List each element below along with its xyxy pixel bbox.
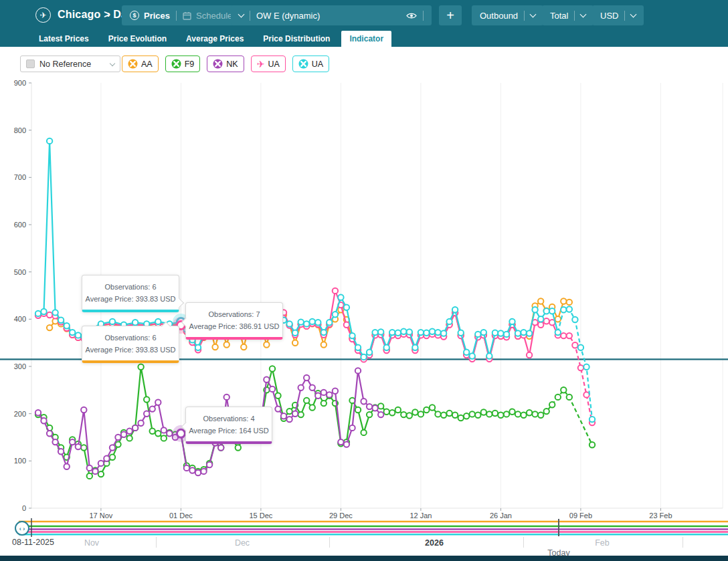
- chart-tooltip: Observations: 4Average Price: 164 USD: [185, 407, 272, 444]
- highlighted-point[interactable]: [177, 429, 185, 437]
- series-F9[interactable]: [35, 364, 595, 479]
- calendar-icon: [183, 11, 191, 20]
- tooltip-observations: Observations: 7: [189, 309, 280, 321]
- svg-text:100: 100: [14, 457, 26, 465]
- svg-text:900: 900: [14, 79, 26, 87]
- fare-selector-value: OW E (dynamic): [256, 11, 320, 21]
- svg-text:400: 400: [14, 315, 26, 323]
- carrier-chip-F9[interactable]: F9: [165, 55, 201, 72]
- divider: [524, 11, 525, 21]
- tab-price-distribution[interactable]: Price Distribution: [255, 31, 338, 47]
- carrier-chip-list: AAF9NK✈UAUA: [122, 55, 329, 72]
- prices-button[interactable]: $ Prices: [130, 11, 170, 21]
- price-type-value: Total: [550, 11, 568, 21]
- carrier-chip-AA[interactable]: AA: [122, 55, 159, 72]
- prices-label: Prices: [144, 11, 170, 21]
- tooltip-average-price: Average Price: 164 USD: [189, 425, 269, 437]
- chevron-down-icon: [110, 60, 115, 66]
- divider: [250, 11, 250, 21]
- tooltip-average-price: Average Price: 386.91 USD: [189, 321, 280, 333]
- carrier-code: AA: [141, 60, 153, 69]
- divider: [176, 11, 177, 21]
- carrier-wheel-icon: [298, 59, 308, 69]
- svg-text:29 Dec: 29 Dec: [329, 512, 353, 520]
- direction-dropdown[interactable]: Outbound: [472, 5, 543, 25]
- tooltip-average-price: Average Price: 393.83 USD: [85, 344, 176, 356]
- svg-text:12 Jan: 12 Jan: [410, 512, 432, 520]
- tooltip-observations: Observations: 6: [85, 282, 176, 294]
- tooltip-observations: Observations: 4: [189, 413, 269, 425]
- carrier-code: F9: [185, 60, 195, 69]
- chart-tooltip: Observations: 6Average Price: 393.83 USD: [82, 275, 179, 312]
- direction-value: Outbound: [480, 11, 518, 21]
- timeline-handle[interactable]: ‹ ›: [15, 522, 29, 535]
- tooltip-observations: Observations: 6: [85, 332, 176, 344]
- route-expand-chevron-icon[interactable]: ›: [107, 8, 110, 19]
- prices-schedule-toggle: $ Prices Schedule: [122, 5, 240, 25]
- add-fare-button[interactable]: +: [439, 5, 462, 25]
- currency-dropdown[interactable]: USD: [592, 5, 644, 25]
- dollar-icon: $: [130, 11, 139, 20]
- svg-text:600: 600: [14, 221, 26, 229]
- svg-text:200: 200: [14, 410, 26, 418]
- tab-indicator[interactable]: Indicator: [341, 31, 391, 47]
- schedule-label: Schedule: [196, 11, 232, 21]
- divider: [624, 11, 625, 21]
- eye-icon[interactable]: [406, 12, 417, 19]
- currency-value: USD: [600, 11, 618, 21]
- carrier-chip-NK[interactable]: NK: [207, 55, 244, 72]
- route-plane-icon: ✈: [35, 7, 51, 23]
- carrier-code: NK: [226, 60, 238, 69]
- svg-text:15 Dec: 15 Dec: [249, 512, 272, 520]
- svg-text:23 Feb: 23 Feb: [649, 512, 672, 520]
- tab-bar: Latest Prices Price Evolution Average Pr…: [31, 31, 391, 47]
- tab-latest-prices[interactable]: Latest Prices: [31, 31, 97, 47]
- schedule-button[interactable]: Schedule: [183, 11, 232, 21]
- svg-text:09 Feb: 09 Feb: [569, 512, 592, 520]
- svg-text:700: 700: [14, 173, 26, 181]
- chevron-down-icon: [630, 11, 637, 17]
- price-type-dropdown[interactable]: Total: [542, 5, 594, 25]
- tab-average-prices[interactable]: Average Prices: [178, 31, 252, 47]
- carrier-wheel-icon: [128, 59, 138, 69]
- chart-tooltip: Observations: 7Average Price: 386.91 USD: [185, 302, 283, 340]
- svg-text:0: 0: [22, 504, 26, 512]
- plane-icon: ✈: [257, 60, 265, 69]
- app-window: ✈ Chicago > Dallas › $ Prices Schedule O…: [0, 0, 728, 561]
- chevron-down-icon: [580, 11, 587, 17]
- reference-select[interactable]: No Reference: [20, 55, 120, 72]
- carrier-wheel-icon: [171, 59, 181, 69]
- timeline-start-date: 08-11-2025: [12, 538, 54, 547]
- svg-text:800: 800: [14, 126, 26, 134]
- carrier-code: UA: [268, 60, 279, 69]
- svg-text:500: 500: [14, 268, 26, 276]
- tooltip-average-price: Average Price: 393.83 USD: [85, 294, 176, 306]
- carrier-code: UA: [312, 60, 323, 69]
- svg-text:26 Jan: 26 Jan: [490, 512, 512, 520]
- chevron-down-icon: [530, 11, 537, 17]
- svg-text:‹ ›: ‹ ›: [19, 526, 25, 532]
- fare-selector-dropdown[interactable]: OW E (dynamic): [231, 5, 432, 25]
- reference-label: No Reference: [39, 60, 91, 69]
- svg-text:01 Dec: 01 Dec: [169, 512, 193, 520]
- carrier-wheel-icon: [213, 59, 223, 69]
- plus-icon: +: [446, 8, 454, 23]
- chart-tooltip: Observations: 6Average Price: 393.83 USD: [82, 326, 179, 363]
- chevron-down-icon: [238, 11, 245, 17]
- divider: [574, 11, 575, 21]
- svg-text:17 Nov: 17 Nov: [89, 512, 112, 520]
- bottom-bar: [0, 556, 728, 561]
- divider: [423, 11, 424, 21]
- reference-swatch: [26, 60, 35, 68]
- tab-price-evolution[interactable]: Price Evolution: [100, 31, 175, 47]
- svg-text:300: 300: [14, 362, 26, 370]
- carrier-chip-UA[interactable]: UA: [292, 55, 329, 72]
- carrier-chip-UA[interactable]: ✈UA: [251, 55, 286, 72]
